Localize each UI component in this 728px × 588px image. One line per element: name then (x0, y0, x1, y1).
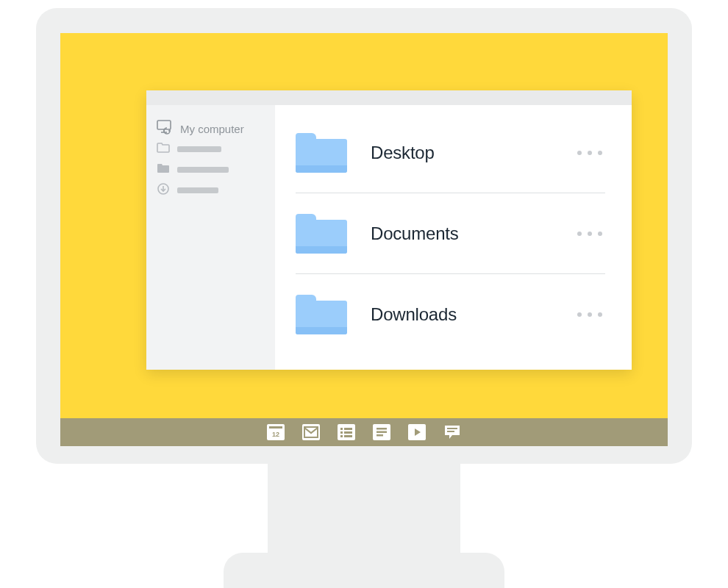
download-circle-icon (157, 182, 170, 198)
taskbar-calendar-icon[interactable]: 12 (267, 424, 285, 440)
svg-rect-0 (157, 121, 171, 129)
svg-rect-6 (269, 426, 282, 429)
monitor-frame: My computer (36, 8, 692, 464)
svg-rect-23 (447, 431, 454, 432)
svg-rect-12 (344, 428, 352, 430)
taskbar-play-icon[interactable] (408, 424, 426, 440)
folder-list: Desktop Documents (275, 105, 632, 370)
svg-rect-19 (377, 431, 387, 434)
monitor-stand-base (224, 553, 504, 588)
taskbar-document-icon[interactable] (373, 424, 390, 440)
folder-icon (296, 295, 347, 334)
taskbar-list-icon[interactable] (338, 424, 355, 440)
window-titlebar[interactable] (146, 90, 632, 105)
monitor-stand-neck (268, 464, 460, 567)
folder-icon (296, 133, 347, 173)
svg-rect-18 (377, 428, 387, 430)
svg-rect-20 (377, 434, 383, 437)
taskbar: 12 (60, 418, 668, 446)
svg-rect-15 (340, 435, 343, 437)
folder-outline-icon (157, 143, 170, 156)
folder-name: Downloads (371, 304, 577, 325)
sidebar-item-placeholder-2[interactable] (157, 159, 265, 180)
folder-row-downloads[interactable]: Downloads (296, 274, 605, 355)
svg-rect-11 (340, 428, 343, 430)
folder-row-documents[interactable]: Documents (296, 193, 605, 274)
taskbar-mail-icon[interactable] (302, 424, 320, 440)
placeholder-text (177, 167, 229, 173)
sidebar-item-placeholder-1[interactable] (157, 139, 265, 159)
svg-rect-13 (340, 431, 343, 434)
more-options-button[interactable] (577, 312, 602, 317)
svg-text:12: 12 (272, 431, 279, 438)
taskbar-comment-icon[interactable] (443, 424, 461, 440)
more-options-button[interactable] (577, 151, 602, 155)
sidebar-item-label: My computer (180, 123, 244, 135)
desktop-background: My computer (60, 33, 668, 418)
placeholder-text (177, 187, 218, 193)
file-browser-window: My computer (146, 90, 632, 370)
folder-name: Desktop (371, 143, 577, 163)
more-options-button[interactable] (577, 232, 602, 236)
svg-rect-22 (447, 428, 457, 429)
placeholder-text (177, 146, 221, 152)
folder-name: Documents (371, 223, 577, 244)
folder-row-desktop[interactable]: Desktop (296, 112, 605, 193)
computer-sync-icon (157, 120, 173, 137)
svg-rect-16 (344, 435, 352, 437)
sidebar-item-my-computer[interactable]: My computer (157, 118, 265, 139)
svg-rect-14 (344, 431, 352, 434)
sidebar: My computer (146, 105, 275, 370)
folder-filled-icon (157, 163, 170, 176)
sidebar-item-placeholder-3[interactable] (157, 180, 265, 201)
folder-icon (296, 214, 347, 254)
